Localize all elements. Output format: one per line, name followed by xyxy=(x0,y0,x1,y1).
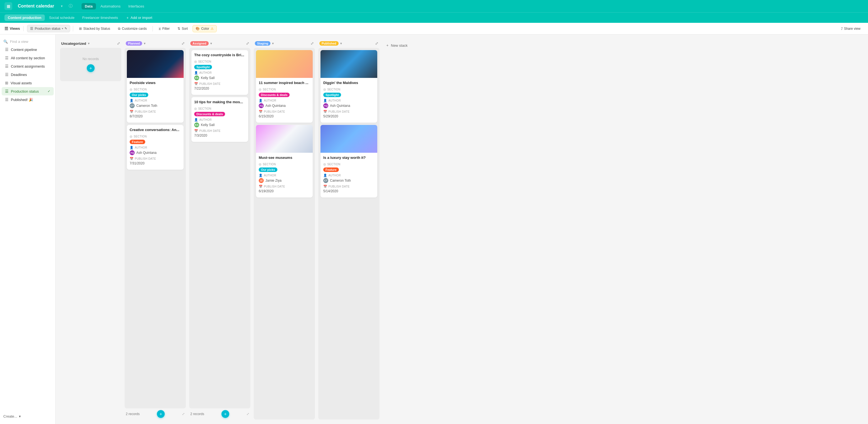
assigned-caret[interactable]: ▾ xyxy=(210,42,212,46)
date-icon-3: 📅 xyxy=(194,82,198,86)
create-button[interactable]: Create... ▾ xyxy=(0,412,55,421)
planned-expand-btn[interactable]: ⤢ xyxy=(182,412,185,416)
card-tips-title: 10 tips for making the mos... xyxy=(194,100,245,104)
card-maldives-image xyxy=(320,50,377,78)
share-view-btn[interactable]: ⤴ Share view xyxy=(838,25,864,32)
app-title: Content calendar xyxy=(18,4,54,9)
uncategorized-add-btn[interactable]: ＋ xyxy=(87,64,95,72)
stack-header-assigned: Assigned ▾ ⤢ xyxy=(189,39,250,48)
staging-badge: Staging xyxy=(255,41,271,46)
planned-records-count: 2 records xyxy=(126,412,140,416)
card-maldives-title: Diggin' the Maldives xyxy=(323,81,374,85)
customize-cards-btn[interactable]: ⧉ Customize cards xyxy=(115,25,150,32)
published-expand-icon[interactable]: ⤢ xyxy=(375,41,378,46)
uncategorized-label: Uncategorized xyxy=(61,41,86,46)
date-icon-5: 📅 xyxy=(259,110,262,114)
assigned-add-btn[interactable]: ＋ xyxy=(221,410,229,418)
stack-header-staging: Staging ▾ ⤢ xyxy=(254,39,315,48)
title-caret: ▾ xyxy=(61,4,63,8)
subtab-add-import[interactable]: ＋ Add or import xyxy=(122,14,156,22)
card-creative-date: 7/31/2020 xyxy=(130,161,181,165)
section-icon-5: ◎ xyxy=(259,88,261,91)
staging-expand-icon[interactable]: ⤢ xyxy=(310,41,314,46)
filter-btn[interactable]: ⧖ Filter xyxy=(156,25,173,32)
sidebar-item-published[interactable]: ☰ Published! 🎉 xyxy=(2,95,54,104)
pipeline-icon: ☰ xyxy=(5,47,9,52)
planned-add-btn[interactable]: ＋ xyxy=(157,410,165,418)
app-icon: ▦ xyxy=(4,2,12,10)
uncategorized-expand-icon[interactable]: ⤢ xyxy=(117,41,120,46)
card-summer[interactable]: 11 summer inspired beach ... ◎SECTION Di… xyxy=(256,50,313,123)
toolbar-sep-1 xyxy=(73,26,73,31)
card-museums-date: 6/19/2020 xyxy=(259,189,310,193)
subtab-freelancer-timesheets[interactable]: Freelancer timesheets xyxy=(79,14,122,21)
assigned-badge: Assigned xyxy=(190,41,209,46)
date-icon-6: 📅 xyxy=(259,185,262,188)
published-caret[interactable]: ▾ xyxy=(340,42,342,46)
author-icon-4: 👤 xyxy=(194,118,198,122)
author-icon-2: 👤 xyxy=(130,146,133,149)
card-maldives-author: Ash Quintana xyxy=(330,104,350,108)
stack-published: Published ▾ ⤢ Diggin' the Maldives ◎SECT… xyxy=(318,39,379,420)
sidebar-item-all-content[interactable]: ☰ All content by section xyxy=(2,54,54,62)
assigned-expand-btn[interactable]: ⤢ xyxy=(247,412,249,416)
subtab-content-production[interactable]: Content production xyxy=(4,14,45,21)
stack-header-uncategorized: Uncategorized ▾ ⤢ xyxy=(60,39,121,48)
card-creative[interactable]: Creative conversations: An... ◎SECTION F… xyxy=(127,125,184,170)
color-btn[interactable]: 🎨 Color ⚠ xyxy=(192,25,217,32)
card-summer-section-tag: Discounts & deals xyxy=(259,93,289,97)
sidebar-item-visual-assets[interactable]: ⊞ Visual assets xyxy=(2,79,54,87)
staging-caret[interactable]: ▾ xyxy=(272,42,274,46)
card-cozy[interactable]: The cozy countryside is Bri... ◎SECTION … xyxy=(191,50,248,95)
top-nav-tabs: Data Automations Interfaces xyxy=(82,3,148,9)
assigned-expand-icon[interactable]: ⤢ xyxy=(246,41,249,46)
card-museums[interactable]: Must-see museums ◎SECTION Our picks 👤AUT… xyxy=(256,125,313,198)
assigned-footer: 2 records ＋ ⤢ xyxy=(189,408,250,420)
card-maldives-section-tag: Spotlight xyxy=(323,93,341,97)
stack-header-published: Published ▾ ⤢ xyxy=(318,39,379,48)
card-maldives[interactable]: Diggin' the Maldives ◎SECTION Spotlight … xyxy=(320,50,377,123)
assigned-body: The cozy countryside is Bri... ◎SECTION … xyxy=(189,48,250,408)
tab-automations[interactable]: Automations xyxy=(97,3,124,9)
assigned-records-count: 2 records xyxy=(190,412,204,416)
tab-data[interactable]: Data xyxy=(82,3,96,9)
date-icon: 📅 xyxy=(130,110,133,114)
assignments-icon: ☰ xyxy=(5,64,9,68)
card-museums-image xyxy=(256,125,313,153)
tab-interfaces[interactable]: Interfaces xyxy=(125,3,148,9)
card-creative-avatar: AQ xyxy=(130,150,135,155)
new-stack-plus-icon: ＋ xyxy=(385,43,389,48)
section-icon-2: ◎ xyxy=(130,135,132,138)
published-icon: ☰ xyxy=(5,97,9,102)
date-icon-7: 📅 xyxy=(323,110,327,114)
planned-caret[interactable]: ▾ xyxy=(144,42,146,46)
sort-btn[interactable]: ⇅ Sort xyxy=(175,25,191,32)
new-stack-btn[interactable]: ＋ New stack xyxy=(383,41,410,50)
author-icon-8: 👤 xyxy=(323,174,327,177)
card-summer-date: 6/15/2020 xyxy=(259,114,310,118)
card-summer-title: 11 summer inspired beach ... xyxy=(259,81,310,85)
sidebar-item-assignments[interactable]: ☰ Content assignments xyxy=(2,62,54,70)
card-summer-image xyxy=(256,50,313,78)
visual-assets-icon: ⊞ xyxy=(5,81,8,85)
section-icon-3: ◎ xyxy=(194,60,197,63)
subtab-social-schedule[interactable]: Social schedule xyxy=(46,14,78,21)
stacked-by-btn[interactable]: ⊞ Stacked by Status xyxy=(76,25,113,32)
info-icon[interactable]: ⓘ xyxy=(69,4,72,9)
sidebar-item-deadlines[interactable]: ☰ Deadlines xyxy=(2,70,54,79)
production-status-icon: ☰ xyxy=(5,89,9,93)
sidebar-item-content-pipeline[interactable]: ☰ Content pipeline xyxy=(2,46,54,54)
sidebar-item-production-status[interactable]: ☰ Production status ✓ xyxy=(2,87,54,95)
uncategorized-caret[interactable]: ▾ xyxy=(88,42,90,46)
planned-expand-icon[interactable]: ⤢ xyxy=(181,41,185,46)
card-tips-date: 7/3/2020 xyxy=(194,133,245,138)
new-stack-area: ＋ New stack xyxy=(383,39,433,420)
card-poolside[interactable]: Poolside views ◎SECTION Our picks 👤AUTHO… xyxy=(127,50,184,123)
view-production-status-btn[interactable]: ☰ Production status ▾ ✎ xyxy=(27,25,70,32)
author-icon-6: 👤 xyxy=(259,174,262,177)
card-maldives-date: 5/29/2020 xyxy=(323,114,374,118)
card-luxury[interactable]: Is a luxury stay worth it? ◎SECTION Feat… xyxy=(320,125,377,198)
find-view-search[interactable]: 🔍 Find a view xyxy=(0,38,55,46)
card-tips[interactable]: 10 tips for making the mos... ◎SECTION D… xyxy=(191,97,248,142)
board: Uncategorized ▾ ⤢ No records ＋ Planned ▾ xyxy=(56,34,868,424)
